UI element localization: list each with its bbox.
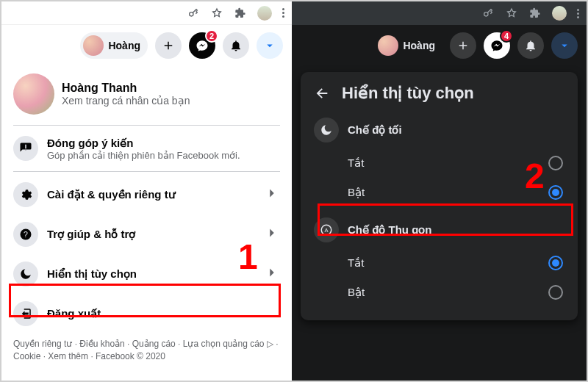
display-options-sheet: Hiển thị tùy chọn Chế độ tối Tắt Bật A C…	[301, 72, 578, 320]
display-options-item[interactable]: Hiển thị tùy chọn	[1, 254, 292, 294]
extensions-icon[interactable]	[234, 7, 247, 20]
display-label: Hiển thị tùy chọn	[47, 267, 255, 281]
radio-icon	[548, 156, 563, 170]
user-first-name: Hoàng	[403, 40, 435, 51]
settings-label: Cài đặt & quyền riêng tư	[47, 188, 255, 201]
compact-mode-off-option[interactable]: Tắt	[305, 248, 573, 278]
back-button[interactable]	[311, 82, 333, 104]
profile-name: Hoàng Thanh	[62, 82, 190, 95]
feedback-icon	[13, 136, 38, 161]
messenger-button[interactable]: 2	[189, 32, 215, 59]
chrome-menu-icon[interactable]	[282, 8, 284, 18]
messenger-badge: 2	[205, 29, 218, 43]
user-first-name: Hoàng	[108, 40, 140, 51]
footer-links: Quyền riêng tư · Điều khoản · Quảng cáo …	[1, 334, 292, 367]
star-icon[interactable]	[210, 7, 223, 20]
radio-icon	[548, 256, 563, 270]
radio-icon	[548, 185, 563, 200]
option-label: Tắt	[348, 256, 364, 270]
option-label: Bật	[348, 286, 365, 299]
feedback-item[interactable]: Đóng góp ý kiến Góp phần cải thiện phiên…	[1, 129, 292, 168]
key-icon	[481, 7, 495, 20]
radio-icon	[548, 285, 563, 300]
chevron-right-icon	[264, 225, 280, 244]
svg-text:?: ?	[24, 230, 28, 239]
fb-header-left: Hoàng 2	[1, 25, 292, 66]
moon-icon	[13, 262, 38, 286]
left-panel: Hoàng 2 Hoàng Thanh Xem trang cá nhân củ…	[1, 1, 292, 381]
dark-mode-section: Chế độ tối	[305, 112, 573, 148]
option-label: Bật	[348, 186, 365, 199]
notifications-button[interactable]	[223, 32, 249, 59]
logout-icon	[13, 301, 38, 326]
logout-item[interactable]: Đăng xuất	[1, 294, 292, 334]
chevron-right-icon	[264, 264, 280, 284]
profile-subtitle: Xem trang cá nhân của bạn	[62, 95, 190, 107]
create-button[interactable]	[155, 32, 182, 59]
help-label: Trợ giúp & hỗ trợ	[47, 228, 255, 241]
moon-icon	[314, 118, 339, 143]
gear-icon	[13, 182, 38, 207]
dark-mode-on-option[interactable]: Bật	[305, 178, 573, 207]
sheet-title: Hiển thị tùy chọn	[342, 84, 474, 103]
dark-mode-off-option[interactable]: Tắt	[305, 148, 573, 178]
chrome-toolbar-left	[1, 1, 292, 25]
svg-text:A: A	[324, 227, 328, 234]
notifications-button[interactable]	[517, 32, 544, 59]
avatar	[83, 35, 104, 56]
feedback-title: Đóng góp ý kiến	[47, 137, 280, 150]
logout-label: Đăng xuất	[47, 307, 280, 320]
messenger-badge: 4	[500, 29, 513, 43]
option-label: Tắt	[348, 156, 364, 170]
chrome-toolbar-right	[292, 1, 587, 25]
chevron-right-icon	[264, 185, 280, 204]
account-menu-button[interactable]	[257, 32, 283, 59]
profile-row[interactable]: Hoàng Thanh Xem trang cá nhân của bạn	[1, 66, 292, 122]
svg-point-3	[484, 12, 488, 16]
chrome-profile-avatar[interactable]	[552, 6, 567, 21]
chrome-menu-icon[interactable]	[577, 9, 579, 18]
divider	[13, 125, 280, 126]
star-icon[interactable]	[505, 7, 518, 20]
divider	[13, 171, 280, 172]
user-chip[interactable]: Hoàng	[80, 32, 148, 59]
fb-header-right: Hoàng 4	[292, 25, 587, 66]
messenger-button[interactable]: 4	[484, 32, 510, 59]
compact-mode-on-option[interactable]: Bật	[305, 278, 573, 307]
dark-mode-label: Chế độ tối	[348, 123, 402, 137]
compact-icon: A	[314, 217, 339, 242]
extensions-icon[interactable]	[528, 7, 542, 20]
right-panel: Hoàng 4 Hiển thị tùy chọn Chế độ tối	[292, 1, 587, 381]
account-menu-button[interactable]	[551, 32, 578, 59]
feedback-subtitle: Góp phần cải thiện phiên bản Facebook mớ…	[47, 150, 280, 161]
avatar	[378, 35, 398, 56]
svg-point-0	[190, 12, 193, 15]
key-icon	[187, 7, 200, 20]
compact-mode-label: Chế độ Thu gọn	[348, 223, 431, 237]
profile-avatar	[13, 73, 54, 115]
help-icon: ?	[13, 222, 38, 247]
compact-mode-section: A Chế độ Thu gọn	[305, 212, 573, 248]
settings-privacy-item[interactable]: Cài đặt & quyền riêng tư	[1, 175, 292, 215]
help-support-item[interactable]: ? Trợ giúp & hỗ trợ	[1, 215, 292, 254]
user-chip[interactable]: Hoàng	[375, 32, 442, 59]
chrome-profile-avatar[interactable]	[257, 6, 272, 21]
create-button[interactable]	[450, 32, 476, 59]
